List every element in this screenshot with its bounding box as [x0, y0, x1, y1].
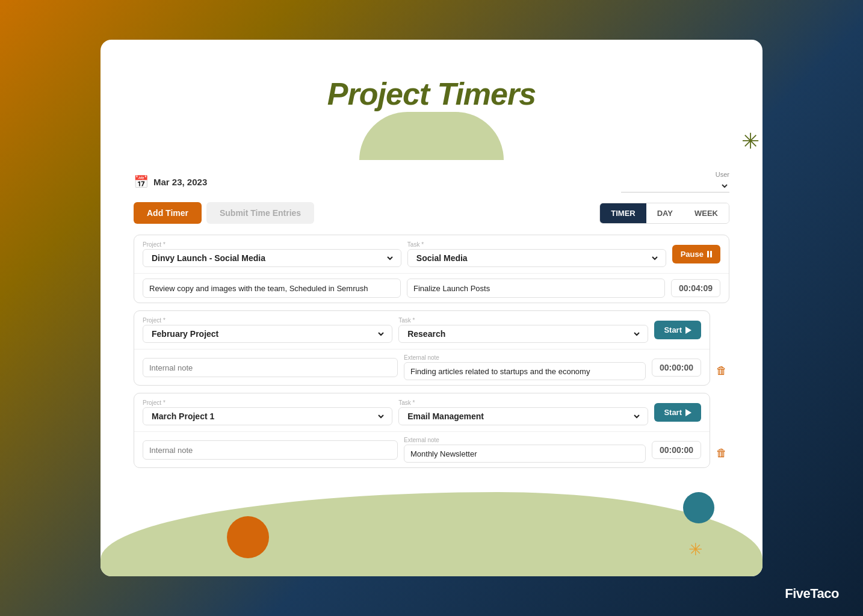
external-note-label-2: External note	[404, 354, 646, 361]
week-view-button[interactable]: WEEK	[684, 203, 729, 223]
pause-label-1: Pause	[681, 250, 704, 259]
brand-label: FiveTaco	[785, 586, 839, 601]
hill-decoration	[359, 112, 504, 160]
timer-2-wrapper: Project * February Project Task *	[134, 310, 729, 386]
user-label: User	[716, 171, 729, 178]
user-dropdown: User	[621, 171, 729, 192]
external-note-input-1[interactable]	[413, 284, 658, 293]
timers-list: Project * Dinvy Launch - Social Media Ta…	[134, 235, 729, 480]
project-select-1[interactable]: Dinvy Launch - Social Media	[149, 253, 395, 263]
delete-wrapper-2: 🗑	[714, 310, 729, 386]
task-select-1[interactable]: Social Media	[414, 253, 660, 263]
user-select[interactable]	[621, 179, 729, 192]
delete-button-2[interactable]: 🗑	[714, 362, 729, 380]
star-bottom-icon: ✳	[688, 540, 702, 559]
delete-button-3[interactable]: 🗑	[714, 445, 729, 462]
internal-note-input-3[interactable]	[149, 446, 391, 455]
start-label-2: Start	[664, 325, 682, 334]
project-label-2: Project *	[143, 317, 392, 324]
view-toggle: TIMER DAY WEEK	[599, 203, 729, 224]
project-label-3: Project *	[143, 399, 392, 406]
action-row: Add Timer Submit Time Entries TIMER DAY …	[134, 202, 729, 224]
task-label-3: Task *	[398, 399, 648, 406]
play-icon-2	[685, 327, 691, 334]
external-note-input-2[interactable]	[410, 367, 639, 376]
submit-time-button[interactable]: Submit Time Entries	[206, 202, 314, 224]
project-select-2[interactable]: February Project	[149, 328, 386, 339]
play-icon-3	[685, 409, 691, 416]
start-button-2[interactable]: Start	[654, 321, 701, 339]
wave-blob	[101, 492, 762, 576]
timer-display-2: 00:00:00	[652, 359, 701, 377]
brand-footer: FiveTaco	[785, 586, 839, 602]
delete-wrapper-3: 🗑	[714, 393, 729, 468]
day-view-button[interactable]: DAY	[646, 203, 684, 223]
date-display: 📅 Mar 23, 2023	[134, 174, 207, 189]
header-decoration: ✳	[134, 106, 729, 160]
add-timer-button[interactable]: Add Timer	[134, 202, 202, 224]
start-label-3: Start	[664, 408, 682, 417]
task-label-1: Task *	[407, 241, 666, 248]
task-select-3[interactable]: Email Management	[405, 411, 642, 422]
calendar-icon: 📅	[134, 174, 149, 189]
timer-3-wrapper: Project * March Project 1 Task *	[134, 393, 729, 468]
timer-display-1: 00:04:09	[671, 279, 720, 297]
timer-row-3: Project * March Project 1 Task *	[134, 393, 710, 468]
timer-row-2: Project * February Project Task *	[134, 310, 710, 386]
page-header: Project Timers ✳	[134, 58, 729, 160]
task-select-2[interactable]: Research	[405, 328, 642, 339]
pause-icon-1	[707, 251, 712, 257]
teal-circle	[683, 492, 714, 523]
date-label: Mar 23, 2023	[153, 177, 207, 187]
pause-button-1[interactable]: Pause	[672, 245, 720, 263]
external-note-label-3: External note	[404, 437, 646, 443]
timer-view-button[interactable]: TIMER	[600, 203, 646, 223]
main-card: Project Timers ✳ 📅 Mar 23, 2023 User Add	[101, 40, 762, 576]
timer-row: Project * Dinvy Launch - Social Media Ta…	[134, 235, 729, 303]
bottom-decoration: ✳	[101, 480, 762, 576]
start-button-3[interactable]: Start	[654, 403, 701, 422]
external-note-input-3[interactable]	[410, 449, 639, 458]
star-icon: ✳	[741, 129, 759, 154]
orange-circle	[227, 516, 269, 558]
project-select-3[interactable]: March Project 1	[149, 411, 386, 422]
controls-row: 📅 Mar 23, 2023 User	[134, 171, 729, 192]
internal-note-input-2[interactable]	[149, 363, 391, 372]
task-label-2: Task *	[398, 317, 648, 324]
left-buttons: Add Timer Submit Time Entries	[134, 202, 314, 224]
timer-display-3: 00:00:00	[652, 441, 701, 459]
project-label-1: Project *	[143, 241, 401, 248]
internal-note-input-1[interactable]	[149, 284, 394, 293]
